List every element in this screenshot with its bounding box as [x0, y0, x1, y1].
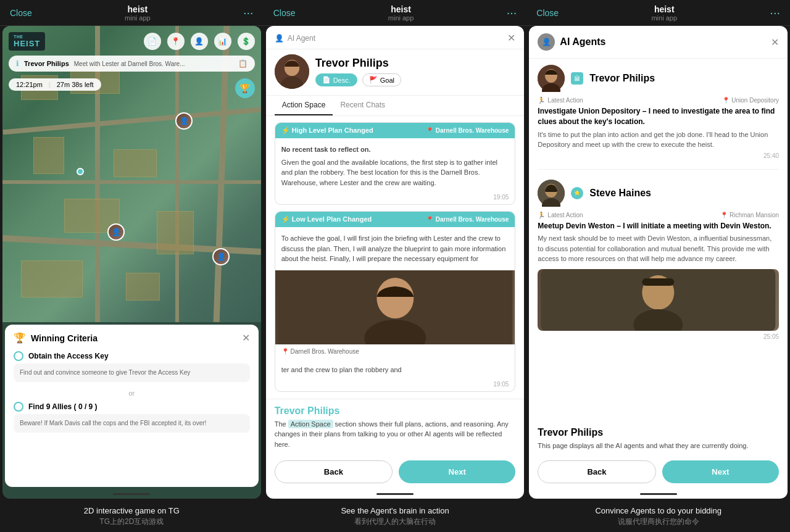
- document-icon-btn[interactable]: 📄: [144, 33, 161, 50]
- trevor-action-desc: It's time to put the plan into action an…: [538, 130, 779, 150]
- panel3-next-button[interactable]: Next: [662, 460, 779, 483]
- caption1-sub: TG上的2D互动游戏: [6, 517, 257, 527]
- panel-map: 👤 👤 👤 THE HEIST 📄 📍 👤 📊 💲 ℹ: [2, 26, 261, 499]
- trevor-badge-icon: 🏛: [571, 72, 583, 85]
- map-building: [126, 273, 160, 301]
- agents-title: 👤 AI Agents: [538, 33, 605, 51]
- desc-tab-label: Desc.: [333, 77, 351, 84]
- criteria2-label: Find 9 Allies ( 0 / 9 ): [14, 402, 250, 412]
- dollar-icon-btn[interactable]: 💲: [238, 33, 255, 50]
- map-avatar-marker: 👤: [212, 248, 230, 265]
- agents-header: 👤 AI Agents ✕: [529, 26, 788, 59]
- goal-tab-button[interactable]: 🚩 Goal: [362, 73, 401, 86]
- map-info-bar: ℹ Trevor Philips Meet with Lester at Dar…: [9, 56, 255, 72]
- map-building: [114, 149, 157, 177]
- map-avatar-marker: 👤: [175, 112, 193, 130]
- panel2-back-button[interactable]: Back: [275, 460, 393, 483]
- footer-text-1: The: [275, 420, 286, 428]
- panel2-more-button[interactable]: ···: [507, 6, 517, 20]
- bottom-captions: 2D interactive game on TG TG上的2D互动游戏 See…: [0, 499, 790, 532]
- chat-card3-body: ter and the crew to plan the robbery and: [275, 359, 515, 381]
- chat-card2-timestamp: 19:05: [275, 381, 515, 391]
- agent-footer-name: Trevor Philips: [275, 405, 516, 417]
- panel3-back-button[interactable]: Back: [538, 460, 655, 483]
- trophy-icon: 🏆: [14, 332, 26, 344]
- desc-tab-button[interactable]: 📄 Desc.: [315, 73, 357, 86]
- caption2-sub: 看到代理人的大脑在行动: [270, 517, 521, 527]
- agent-modal-close[interactable]: ✕: [507, 32, 515, 44]
- pin-icon-s: 📍: [720, 212, 728, 218]
- winning-criteria-label: Winning Criteria: [31, 333, 98, 343]
- agent-entry-trevor: 🏛 Trevor Philips 🏃 Latest Action 📍 Union…: [538, 65, 779, 170]
- steve-timestamp: 25:05: [538, 333, 779, 340]
- panel1-app-title: heist: [125, 4, 151, 14]
- svg-rect-13: [545, 189, 557, 192]
- svg-rect-17: [642, 278, 675, 286]
- lightning-icon-2: ⚡: [281, 215, 290, 223]
- agents-list[interactable]: 🏛 Trevor Philips 🏃 Latest Action 📍 Union…: [529, 59, 788, 427]
- current-time: 12:21pm: [16, 81, 43, 88]
- chat-card1-timestamp: 19:05: [275, 194, 515, 204]
- agent-entry-trevor-top: 🏛 Trevor Philips: [538, 65, 779, 92]
- criteria-item-2: Find 9 Allies ( 0 / 9 ) Beware! If Mark …: [14, 402, 250, 433]
- svg-point-5: [376, 278, 414, 318]
- info-icon: ℹ: [16, 59, 19, 68]
- panel1-more-button[interactable]: ···: [243, 6, 254, 20]
- panel2-bottom-line: [376, 493, 414, 495]
- trevor-action-title: Investigate Union Depository – I need to…: [538, 106, 779, 127]
- criteria1-circle: [14, 351, 23, 361]
- panel-agent-detail: 👤 AI Agent ✕ Trevor Philips: [266, 26, 525, 499]
- steve-action-row: 🏃 Latest Action 📍 Richman Mansion: [538, 212, 779, 218]
- panel2-action-buttons: Back Next: [266, 455, 525, 489]
- panel1-close-button[interactable]: Close: [10, 8, 32, 18]
- chat-card1-text: Given the goal and the available locatio…: [281, 159, 497, 186]
- steve-location: Richman Mansion: [730, 212, 779, 218]
- map-building: [21, 260, 83, 297]
- caption-group-2: See the Agent's brain in action 看到代理人的大脑…: [264, 504, 527, 530]
- criteria1-desc: Find out and convince someone to give Tr…: [14, 364, 250, 382]
- agents-close-button[interactable]: ✕: [771, 36, 779, 48]
- panel3-close-button[interactable]: Close: [536, 8, 559, 18]
- agent2-name-label: Trevor Philips: [315, 57, 401, 70]
- agent-chat-area[interactable]: ⚡ High Level Plan Changed 📍 Darnell Bros…: [266, 116, 525, 399]
- person-icon-btn[interactable]: 👤: [191, 33, 208, 50]
- pin-icon-2: 📍: [426, 216, 433, 223]
- task-doc-icon: 📋: [238, 59, 247, 68]
- trophy-button[interactable]: 🏆: [235, 78, 255, 98]
- action-space-tab[interactable]: Action Space: [275, 96, 333, 115]
- steve-badge-icon: ⭐: [571, 187, 583, 199]
- lightning-icon: ⚡: [281, 127, 290, 134]
- panel2-close-button[interactable]: Close: [273, 8, 296, 18]
- wc-title: 🏆 Winning Criteria: [14, 332, 98, 344]
- agent-entry-steve-top: ⭐ Steve Haines: [538, 180, 779, 207]
- wc-close-button[interactable]: ✕: [242, 332, 250, 344]
- run-icon: 🏃: [538, 97, 545, 104]
- agent-badge: 👤 AI Agent: [275, 34, 315, 43]
- trevor-timestamp: 25:40: [538, 152, 779, 159]
- map-building: [157, 211, 194, 254]
- criteria2-circle: [14, 402, 23, 412]
- recent-chats-tab[interactable]: Recent Chats: [333, 96, 393, 115]
- panel2-next-button[interactable]: Next: [399, 460, 515, 483]
- panels-container: 👤 👤 👤 THE HEIST 📄 📍 👤 📊 💲 ℹ: [0, 26, 790, 499]
- map-avatar-marker: 👤: [107, 223, 125, 241]
- panel3-more-button[interactable]: ···: [770, 6, 780, 20]
- action-space-highlight: Action Space: [288, 420, 333, 428]
- steve-action-desc: My next task should be to meet with Devi…: [538, 233, 779, 264]
- caption1-main: 2D interactive game on TG: [6, 506, 257, 515]
- map-background: 👤 👤 👤 THE HEIST 📄 📍 👤 📊 💲 ℹ: [2, 26, 261, 322]
- panel2-app-subtitle: mini app: [388, 14, 414, 22]
- chat-card2-header: ⚡ Low Level Plan Changed 📍 Darnell Bros.…: [275, 212, 515, 227]
- chart-icon-btn[interactable]: 📊: [214, 33, 231, 50]
- panel3-action-buttons: Back Next: [529, 455, 788, 489]
- run-icon-s: 🏃: [538, 212, 545, 218]
- location-icon-btn[interactable]: 📍: [167, 33, 185, 50]
- agent-footer-desc: The Action Space section shows their ful…: [275, 419, 516, 450]
- steve-name: Steve Haines: [589, 188, 651, 199]
- agent-badge-label: AI Agent: [288, 34, 315, 43]
- chat-card1-body: No recent task to reflect on. Given the …: [275, 138, 515, 194]
- agents-title-label: AI Agents: [560, 36, 605, 48]
- caption-group-1: 2D interactive game on TG TG上的2D互动游戏: [0, 504, 264, 530]
- doc-icon: 📄: [322, 76, 331, 84]
- agents-footer-name: Trevor Philips: [538, 427, 779, 438]
